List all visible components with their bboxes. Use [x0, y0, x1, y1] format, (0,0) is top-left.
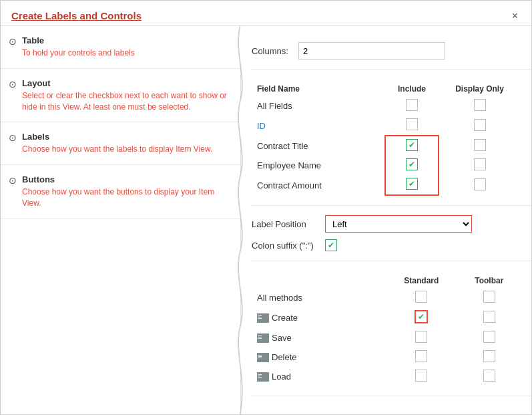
table-row: All Fields — [252, 96, 521, 116]
labels-section-content: Labels Choose how you want the labels to… — [22, 132, 212, 155]
display-only-checkbox-employee-name[interactable] — [474, 158, 486, 170]
layout-chevron[interactable]: ⊙ — [9, 79, 17, 90]
toolbar-cell-create — [458, 307, 521, 328]
standard-cell — [385, 288, 458, 307]
display-only-cell — [439, 116, 521, 136]
labels-section-row: ⊙ Labels Choose how you want the labels … — [1, 122, 240, 165]
buttons-table: Standard Toolbar All methods — [252, 273, 521, 386]
colon-suffix-checkbox[interactable] — [325, 239, 337, 251]
buttons-table-row: Load — [252, 367, 521, 386]
method-load-label: Load — [272, 372, 291, 382]
columns-input[interactable] — [298, 42, 445, 59]
standard-checkbox-save[interactable] — [415, 331, 427, 343]
standard-cell-load — [385, 367, 458, 386]
toolbar-checkbox-save[interactable] — [483, 331, 495, 343]
col-toolbar: Toolbar — [458, 273, 521, 288]
method-load-cell: Load — [257, 372, 380, 382]
columns-label: Columns: — [252, 46, 292, 56]
right-labels-section: Label Position Left Right Top None Colon… — [241, 206, 531, 261]
method-name-cell: Create — [252, 307, 385, 328]
display-only-cell — [439, 96, 521, 116]
labels-chevron[interactable]: ⊙ — [9, 132, 17, 143]
display-only-cell — [439, 156, 521, 175]
method-create-cell: Create — [257, 313, 380, 323]
table-section-title: Table — [22, 35, 135, 45]
display-only-checkbox-contract-amount[interactable] — [474, 178, 486, 190]
include-cell-contract-amount — [385, 175, 439, 195]
buttons-section-title: Buttons — [22, 174, 232, 184]
labels-section-desc: Choose how you want the labels to displa… — [22, 144, 212, 155]
method-create-label: Create — [272, 313, 298, 323]
include-checkbox-id[interactable] — [406, 118, 418, 130]
col-method — [252, 273, 385, 288]
include-checkbox-employee-name[interactable] — [406, 158, 418, 170]
buttons-table-row: Create — [252, 307, 521, 328]
toolbar-checkbox-create[interactable] — [483, 311, 495, 323]
table-section-row: ⊙ Table To hold your controls and labels — [1, 26, 240, 69]
field-name-cell: Employee Name — [252, 156, 385, 175]
buttons-chevron[interactable]: ⊙ — [9, 175, 17, 186]
method-save-label: Save — [272, 333, 292, 343]
label-position-select[interactable]: Left Right Top None — [325, 215, 472, 233]
create-labels-dialog: Create Labels and Controls × ⊙ Table To … — [0, 0, 532, 415]
standard-checkbox-load[interactable] — [415, 370, 427, 382]
toolbar-checkbox-load[interactable] — [483, 370, 495, 382]
field-name-cell: Contract Amount — [252, 175, 385, 195]
include-checkbox-contract-amount[interactable] — [406, 178, 418, 190]
method-name-cell: Load — [252, 367, 385, 386]
label-position-row: Label Position Left Right Top None — [252, 215, 521, 233]
delete-method-icon — [257, 353, 269, 362]
label-position-label: Label Position — [252, 219, 318, 229]
field-name-cell: Contract Title — [252, 136, 385, 156]
table-chevron[interactable]: ⊙ — [9, 36, 17, 47]
load-method-icon — [257, 372, 269, 382]
buttons-section-desc: Choose how you want the buttons to displ… — [22, 186, 232, 209]
display-only-checkbox-id[interactable] — [474, 119, 486, 131]
field-name-cell: All Fields — [252, 96, 385, 116]
right-panel: Columns: Field Name Include Display Only — [241, 26, 531, 414]
create-method-icon — [257, 313, 269, 323]
buttons-table-row: Save — [252, 328, 521, 348]
wavy-divider — [230, 26, 250, 414]
display-only-cell — [439, 136, 521, 156]
dialog-title: Create Labels and Controls — [11, 10, 142, 21]
include-checkbox-allfields[interactable] — [406, 99, 418, 111]
standard-checkbox-all[interactable] — [415, 291, 427, 303]
toolbar-checkbox-delete[interactable] — [483, 350, 495, 362]
standard-checkbox-create[interactable] — [415, 310, 428, 323]
include-checkbox-contract-title[interactable] — [406, 139, 418, 151]
right-layout-section: Field Name Include Display Only All Fiel… — [241, 70, 531, 206]
include-cell-employee-name — [385, 156, 439, 175]
table-row: Employee Name — [252, 156, 521, 175]
labels-section-title: Labels — [22, 132, 212, 142]
method-delete-cell: Delete — [257, 352, 380, 362]
buttons-section-content: Buttons Choose how you want the buttons … — [22, 174, 232, 209]
layout-section-desc: Select or clear the checkbox next to eac… — [22, 90, 232, 113]
table-row: ID — [252, 116, 521, 136]
field-id-link[interactable]: ID — [257, 121, 266, 131]
table-section-content: Table To hold your controls and labels — [22, 35, 135, 59]
toolbar-cell-load — [458, 367, 521, 386]
table-section-desc: To hold your controls and labels — [22, 47, 135, 59]
buttons-section-row: ⊙ Buttons Choose how you want the button… — [1, 165, 240, 219]
dialog-body: ⊙ Table To hold your controls and labels… — [1, 26, 531, 414]
method-delete-label: Delete — [272, 352, 297, 362]
col-include: Include — [385, 82, 439, 96]
col-field-name: Field Name — [252, 82, 385, 96]
right-buttons-section: Standard Toolbar All methods — [241, 261, 531, 396]
method-name-cell: Delete — [252, 348, 385, 367]
display-only-checkbox-contract-title[interactable] — [474, 139, 486, 151]
columns-row: Columns: — [252, 35, 521, 59]
standard-cell-delete — [385, 348, 458, 367]
left-panel: ⊙ Table To hold your controls and labels… — [1, 26, 241, 414]
include-cell — [385, 96, 439, 116]
field-name-cell: ID — [252, 116, 385, 136]
toolbar-cell — [458, 288, 521, 307]
standard-checkbox-delete[interactable] — [415, 350, 427, 362]
toolbar-cell-delete — [458, 348, 521, 367]
table-row: Contract Amount — [252, 175, 521, 195]
display-only-checkbox-allfields[interactable] — [474, 99, 486, 111]
close-button[interactable]: × — [509, 11, 521, 21]
layout-section-title: Layout — [22, 78, 232, 88]
toolbar-checkbox-all[interactable] — [483, 291, 495, 303]
